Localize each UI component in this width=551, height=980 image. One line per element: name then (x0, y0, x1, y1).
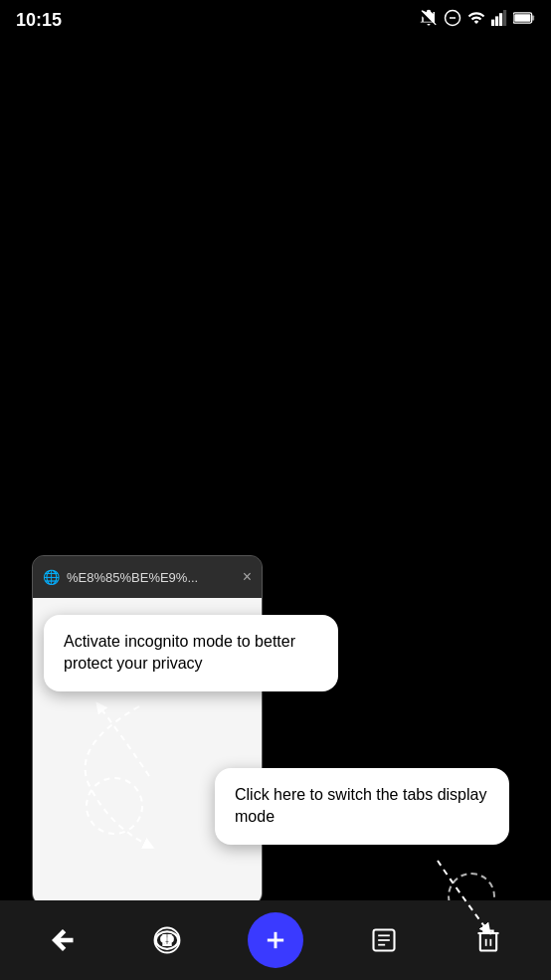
dnd-icon (444, 9, 461, 31)
svg-rect-8 (532, 15, 535, 20)
svg-point-12 (169, 936, 173, 941)
privacy-button[interactable] (143, 916, 191, 964)
svg-rect-19 (480, 933, 496, 951)
delete-button[interactable] (464, 916, 512, 964)
svg-point-10 (156, 931, 179, 949)
add-tab-button[interactable] (248, 912, 303, 968)
svg-rect-7 (514, 14, 530, 22)
status-icons (420, 9, 535, 31)
svg-rect-2 (491, 20, 494, 26)
svg-point-11 (161, 936, 165, 941)
svg-rect-3 (495, 16, 498, 26)
status-bar: 10:15 (0, 0, 551, 40)
status-time: 10:15 (16, 10, 62, 31)
bottom-nav (0, 900, 551, 980)
tooltip-tabs-text: Click here to switch the tabs display mo… (235, 786, 486, 825)
tooltip-tabs: Click here to switch the tabs display mo… (215, 768, 509, 845)
tooltip-incognito-text: Activate incognito mode to better protec… (64, 633, 295, 672)
tab-card-header: 🌐 %E8%85%BE%E9%... × (33, 556, 262, 598)
signal-icon (491, 9, 507, 31)
tab-card[interactable]: 🌐 %E8%85%BE%E9%... × Google (32, 555, 263, 905)
tab-close-button[interactable]: × (243, 568, 252, 586)
tooltip-incognito: Activate incognito mode to better protec… (44, 615, 338, 691)
battery-icon (513, 11, 535, 29)
svg-rect-5 (503, 10, 506, 26)
mute-icon (420, 9, 438, 31)
back-button[interactable] (39, 916, 87, 964)
tabs-view-button[interactable] (360, 916, 408, 964)
tab-favicon-icon: 🌐 (43, 569, 59, 585)
wifi-icon (467, 9, 485, 31)
svg-rect-4 (499, 13, 502, 26)
tab-title: %E8%85%BE%E9%... (67, 570, 235, 585)
